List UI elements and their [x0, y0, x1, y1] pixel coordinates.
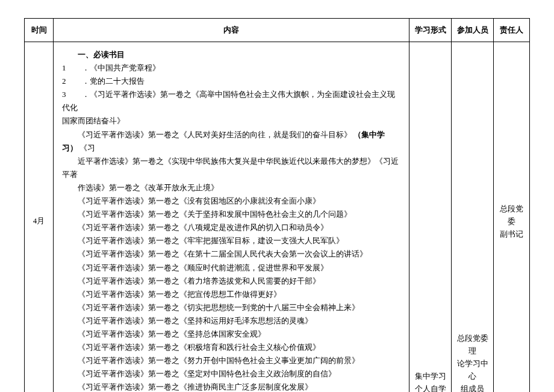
header-attendees: 参加人员	[452, 19, 494, 42]
attendee-line: 组成员	[455, 383, 490, 392]
header-time: 时间	[25, 19, 54, 42]
numbered-item: 3 ．《习近平著作选读》第一卷之《高举中国特色社会主义伟大旗帜，为全面建设社会主…	[62, 88, 400, 114]
cell-form: 集中学习 个人自学	[409, 42, 452, 393]
reading-item: 《习近平著作选读》第一卷之《积极培育和践行社会主义核心价值观》	[62, 341, 400, 354]
numbered-item: 2 ．党的二十大报告	[62, 75, 400, 88]
reading-item: 《习近平著作选读》第一卷之《坚定对中国特色社会主义政治制度的自信》	[62, 367, 400, 381]
cell-responsible: 总段党委 副书记	[494, 42, 530, 393]
numbered-item: 1 ．《中国共产党章程》	[62, 61, 400, 75]
reading-item: 《习近平著作选读》第一卷之《在第十二届全国人民代表大会第一次会议上的讲话》	[62, 247, 400, 261]
reading-item: 《习近平著作选读》第一卷之《努力开创中国特色社会主义事业更加广阔的前景》	[62, 354, 400, 367]
reading-item: 《习近平著作选读》第一卷之《推进协商民主广泛多层制度化发展》	[62, 381, 400, 392]
attendee-line: 总段党委理	[455, 332, 490, 358]
intro-line: 《习近平著作选读》第一卷之《人民对美好生活的向往，就是我们的奋斗目标》 （集中学…	[62, 128, 400, 155]
table-row: 4月 一、必读书目 1 ．《中国共产党章程》 2 ．党的二十大报告 3 ．《习近…	[25, 42, 530, 393]
header-responsible: 责任人	[494, 19, 530, 42]
reading-item: 《习近平著作选读》第一卷之《八项规定是改进作风的切入口和动员令》	[62, 221, 400, 234]
cell-content: 一、必读书目 1 ．《中国共产党章程》 2 ．党的二十大报告 3 ．《习近平著作…	[54, 42, 409, 393]
reading-item: 《习近平著作选读》第一卷之《坚持和运用好毛泽东思想活的灵魂》	[62, 314, 400, 328]
reading-item: 《习近平著作选读》第一卷之《关于坚持和发展中国特色社会主义的几个问题》	[62, 208, 400, 221]
reading-item: 《习近平著作选读》第一卷之《牢牢把握强军目标，建设一支强大人民军队》	[62, 234, 400, 247]
study-plan-table: 时间 内容 学习形式 参加人员 责任人 4月 一、必读书目 1 ．《中国共产党章…	[24, 18, 530, 392]
form-line: 集中学习	[413, 370, 447, 383]
cell-attendees: 总段党委理 论学习中心 组成员	[452, 42, 494, 393]
intro-text: 《习近平著作选读》第一卷之《人民对美好生活的向往，就是我们的奋斗目标》	[78, 130, 352, 139]
intro-line: 作选读》第一卷之《改革开放永无止境》	[62, 181, 400, 194]
content-heading: 一、必读书目	[62, 48, 400, 61]
reading-item: 《习近平著作选读》第一卷之《切实把思想统一到党的十八届三中全会精神上来》	[62, 301, 400, 314]
reading-item: 《习近平著作选读》第一卷之《坚持总体国家安全观》	[62, 328, 400, 341]
table-header-row: 时间 内容 学习形式 参加人员 责任人	[25, 19, 530, 42]
reading-item: 《习近平著作选读》第一卷之《把宣传思想工作做得更好》	[62, 288, 400, 301]
form-line: 个人自学	[413, 383, 447, 392]
attendee-line: 论学习中心	[455, 358, 490, 383]
reading-item: 《习近平著作选读》第一卷之《没有贫困地区的小康就没有全面小康》	[62, 194, 400, 208]
responsible-line: 总段党委	[497, 203, 526, 228]
header-content: 内容	[54, 19, 409, 42]
intro-after: 《习	[79, 143, 95, 152]
reading-item: 《习近平著作选读》第一卷之《着力培养选拔党和人民需要的好干部》	[62, 275, 400, 288]
responsible-line: 副书记	[497, 228, 526, 241]
intro-line: 近平著作选读》第一卷之《实现中华民族伟大复兴是中华民族近代以来最伟大的梦想》《习…	[62, 155, 400, 181]
numbered-wrap: 国家而团结奋斗》	[62, 114, 400, 128]
cell-time: 4月	[25, 42, 54, 393]
header-form: 学习形式	[409, 19, 452, 42]
reading-item: 《习近平著作选读》第一卷之《顺应时代前进潮流，促进世界和平发展》	[62, 261, 400, 275]
